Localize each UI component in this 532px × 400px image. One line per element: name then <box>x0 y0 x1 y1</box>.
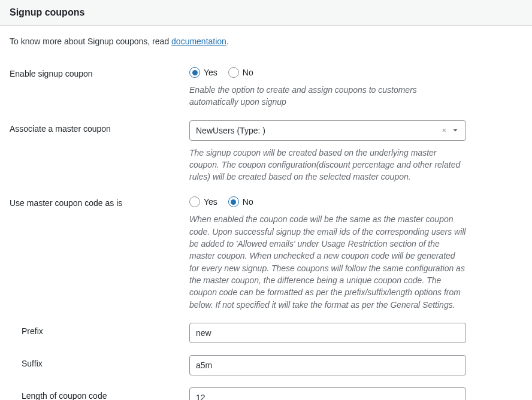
settings-form: Enable signup coupon Yes No Enable the o… <box>0 53 532 400</box>
use-master-radio-group: Yes No <box>189 195 466 212</box>
field-prefix <box>189 323 466 343</box>
length-input[interactable] <box>189 387 466 400</box>
radio-icon <box>228 196 239 207</box>
radio-icon <box>189 67 200 78</box>
enable-yes-radio[interactable]: Yes <box>189 67 217 78</box>
label-prefix: Prefix <box>10 323 189 336</box>
documentation-link[interactable]: documentation <box>171 37 226 46</box>
enable-no-radio[interactable]: No <box>228 67 253 78</box>
row-prefix: Prefix <box>10 311 522 343</box>
label-suffix: Suffix <box>10 355 189 368</box>
row-enable-signup: Enable signup coupon Yes No Enable the o… <box>10 53 522 108</box>
label-associate-master: Associate a master coupon <box>10 120 189 134</box>
field-suffix <box>189 355 466 375</box>
label-length: Length of coupon code <box>10 387 189 400</box>
enable-no-label: No <box>243 68 253 77</box>
clear-icon[interactable]: × <box>442 126 446 135</box>
page-title: Signup coupons <box>10 7 522 18</box>
row-suffix: Suffix <box>10 343 522 375</box>
label-use-master: Use master coupon code as is <box>10 195 189 208</box>
row-associate-master: Associate a master coupon NewUsers (Type… <box>10 108 522 183</box>
select-actions: × <box>442 126 460 135</box>
field-enable-signup: Yes No Enable the option to create and a… <box>189 65 466 108</box>
intro-text: To know more about Signup coupons, read … <box>0 26 532 53</box>
use-master-no-label: No <box>243 197 253 207</box>
field-use-master: Yes No When enabled the coupon code will… <box>189 195 466 310</box>
field-length <box>189 387 466 400</box>
row-length: Length of coupon code <box>10 375 522 400</box>
master-coupon-value: NewUsers (Type: ) <box>196 126 437 135</box>
intro-prefix: To know more about Signup coupons, read <box>10 37 171 46</box>
enable-yes-label: Yes <box>204 68 217 77</box>
suffix-input[interactable] <box>189 355 466 375</box>
row-use-master: Use master coupon code as is Yes No When… <box>10 183 522 310</box>
use-master-description: When enabled the coupon code will be the… <box>189 212 466 310</box>
field-associate-master: NewUsers (Type: ) × The signup coupon wi… <box>189 120 466 183</box>
prefix-input[interactable] <box>189 323 466 343</box>
radio-icon <box>189 196 200 207</box>
use-master-yes-radio[interactable]: Yes <box>189 196 217 207</box>
page-header: Signup coupons <box>0 0 532 26</box>
enable-radio-group: Yes No <box>189 65 466 83</box>
master-coupon-select[interactable]: NewUsers (Type: ) × <box>189 120 466 141</box>
label-enable-signup: Enable signup coupon <box>10 65 189 78</box>
chevron-down-icon[interactable] <box>451 126 460 135</box>
intro-suffix: . <box>226 37 229 46</box>
use-master-no-radio[interactable]: No <box>228 196 253 207</box>
radio-icon <box>228 67 239 78</box>
enable-description: Enable the option to create and assign c… <box>189 83 466 108</box>
use-master-yes-label: Yes <box>204 197 217 207</box>
associate-description: The signup coupon will be created based … <box>189 146 466 183</box>
